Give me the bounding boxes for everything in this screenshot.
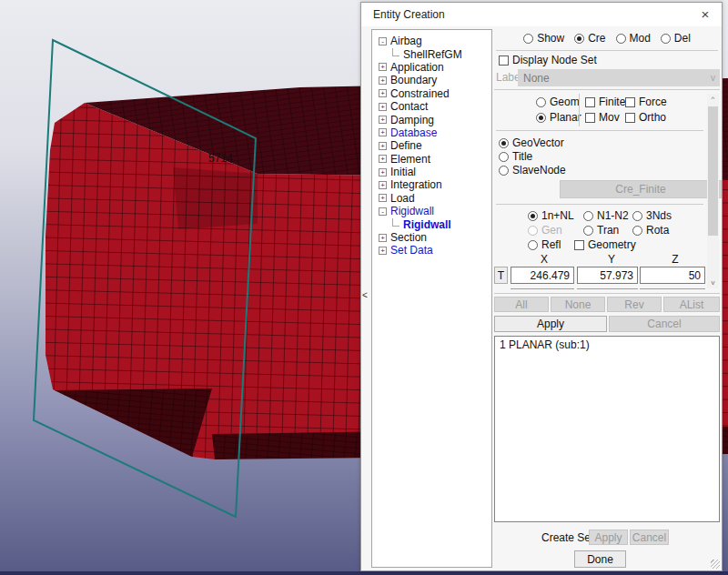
clipped-row-edge: [577, 288, 638, 289]
radio-icon: [583, 226, 593, 236]
scrollbar-thumb[interactable]: [708, 106, 718, 236]
checkbox-icon: [574, 240, 584, 250]
axis-header-x: X: [537, 253, 551, 266]
tree-item-load[interactable]: +Load: [372, 192, 491, 205]
expander-icon[interactable]: +: [379, 116, 387, 124]
tree-item-contact[interactable]: +Contact: [372, 100, 491, 113]
clipped-row-edge: [511, 288, 574, 289]
radio-icon: [661, 34, 671, 44]
entity-creation-dialog: Entity Creation × < -Airbag ShellRefGM +…: [360, 2, 723, 571]
create-set-apply-button[interactable]: Apply: [589, 530, 628, 545]
resize-grip-icon[interactable]: [711, 560, 720, 569]
expander-icon[interactable]: +: [379, 76, 387, 85]
expander-icon[interactable]: +: [379, 103, 387, 111]
t-button[interactable]: T: [494, 267, 508, 284]
radio-tran[interactable]: Tran: [583, 224, 619, 237]
expander-icon[interactable]: +: [379, 247, 387, 255]
tree-item-constrained[interactable]: +Constrained: [372, 87, 491, 100]
expander-icon[interactable]: +: [379, 142, 387, 150]
tree-item-rigidwall[interactable]: -Rigidwall: [372, 205, 491, 217]
expander-icon[interactable]: -: [379, 207, 387, 216]
radio-icon: [528, 211, 538, 221]
cancel-button[interactable]: Cancel: [609, 316, 720, 332]
entity-list[interactable]: 1 PLANAR (sub:1): [494, 336, 720, 522]
coord-x-input[interactable]: [511, 267, 574, 284]
radio-slavenode[interactable]: SlaveNode: [499, 164, 566, 177]
tree-item-element[interactable]: +Element: [372, 153, 491, 166]
vertical-divider: [579, 94, 580, 126]
checkbox-icon: [585, 113, 595, 123]
expander-icon[interactable]: +: [379, 181, 387, 189]
radio-mod[interactable]: Mod: [616, 32, 651, 45]
radio-cre[interactable]: Cre: [574, 32, 605, 45]
radio-refl[interactable]: Refl: [528, 238, 561, 251]
radio-geom[interactable]: Geom: [536, 96, 580, 108]
tree-item-airbag[interactable]: -Airbag: [372, 35, 491, 47]
expander-icon[interactable]: +: [379, 89, 387, 97]
beam-fillet-shade: [173, 167, 258, 229]
done-button[interactable]: Done: [574, 550, 626, 568]
tree-item-set-data[interactable]: +Set Data: [372, 244, 491, 257]
radio-icon: [536, 113, 546, 123]
scroll-up-icon[interactable]: ^: [707, 94, 719, 105]
label-combo[interactable]: None v: [518, 69, 720, 86]
cre-finite-button[interactable]: Cre_Finite: [560, 180, 722, 198]
radio-del[interactable]: Del: [661, 32, 691, 45]
collapse-panel-icon[interactable]: <: [362, 290, 368, 300]
coord-z-input[interactable]: [640, 267, 705, 284]
scroll-down-icon[interactable]: v: [707, 277, 719, 288]
radio-icon: [616, 34, 626, 44]
radio-1n-nl[interactable]: 1n+NL: [528, 209, 574, 222]
panel-scrollbar[interactable]: ^ v: [707, 94, 719, 288]
radio-show[interactable]: Show: [523, 32, 564, 45]
dialog-titlebar[interactable]: Entity Creation ×: [361, 3, 722, 26]
clipped-row-edge: [640, 288, 705, 289]
expander-icon[interactable]: +: [379, 155, 387, 163]
coord-y-input[interactable]: [577, 267, 638, 284]
radio-planar[interactable]: Planar: [536, 111, 581, 124]
display-node-set-checkbox[interactable]: Display Node Set: [499, 54, 597, 66]
tree-item-application[interactable]: +Application: [372, 61, 491, 74]
radio-geovector[interactable]: GeoVector: [499, 136, 564, 149]
tree-item-section[interactable]: +Section: [372, 231, 491, 244]
create-set-cancel-button[interactable]: Cancel: [630, 530, 669, 545]
checkbox-force[interactable]: Force: [625, 96, 667, 108]
checkbox-icon: [625, 97, 635, 107]
checkbox-mov[interactable]: Mov: [585, 111, 620, 124]
expander-icon[interactable]: +: [379, 194, 387, 202]
expander-icon[interactable]: -: [379, 37, 387, 45]
alist-button[interactable]: AList: [663, 297, 720, 312]
tree-item-database[interactable]: +Database: [372, 126, 491, 139]
tree-item-shellrefgm[interactable]: ShellRefGM: [372, 47, 491, 60]
mode-radio-row: Show Cre Mod Del: [494, 32, 720, 45]
radio-n1-n2[interactable]: N1-N2: [583, 209, 629, 222]
rev-button[interactable]: Rev: [607, 297, 662, 312]
tree-item-integration[interactable]: +Integration: [372, 178, 491, 191]
close-icon[interactable]: ×: [697, 6, 713, 23]
radio-icon: [583, 211, 593, 221]
tree-item-rigidwall-child[interactable]: Rigidwall: [372, 217, 491, 230]
tree-item-define[interactable]: +Define: [372, 139, 491, 152]
radio-3nds[interactable]: 3Nds: [632, 209, 672, 222]
tree-item-initial[interactable]: +Initial: [372, 166, 491, 178]
tree-item-boundary[interactable]: +Boundary: [372, 74, 491, 86]
tree-item-damping[interactable]: +Damping: [372, 113, 491, 126]
none-button[interactable]: None: [551, 297, 605, 312]
expander-icon[interactable]: +: [379, 128, 387, 136]
expander-icon[interactable]: +: [379, 63, 387, 71]
all-button[interactable]: All: [494, 297, 549, 312]
checkbox-icon: [585, 97, 595, 107]
radio-title[interactable]: Title: [499, 150, 532, 163]
radio-rota[interactable]: Rota: [632, 224, 669, 237]
checkbox-geometry[interactable]: Geometry: [574, 238, 636, 251]
create-set-label: Create Set: [541, 531, 593, 544]
expander-icon[interactable]: +: [379, 168, 387, 177]
checkbox-finite[interactable]: Finite: [585, 96, 625, 108]
checkbox-ortho[interactable]: Ortho: [625, 111, 666, 124]
radio-icon: [632, 226, 642, 236]
list-item[interactable]: 1 PLANAR (sub:1): [495, 337, 719, 353]
radio-icon: [528, 226, 538, 236]
apply-button[interactable]: Apply: [494, 316, 607, 332]
checkbox-icon: [625, 113, 635, 123]
expander-icon[interactable]: +: [379, 234, 387, 242]
